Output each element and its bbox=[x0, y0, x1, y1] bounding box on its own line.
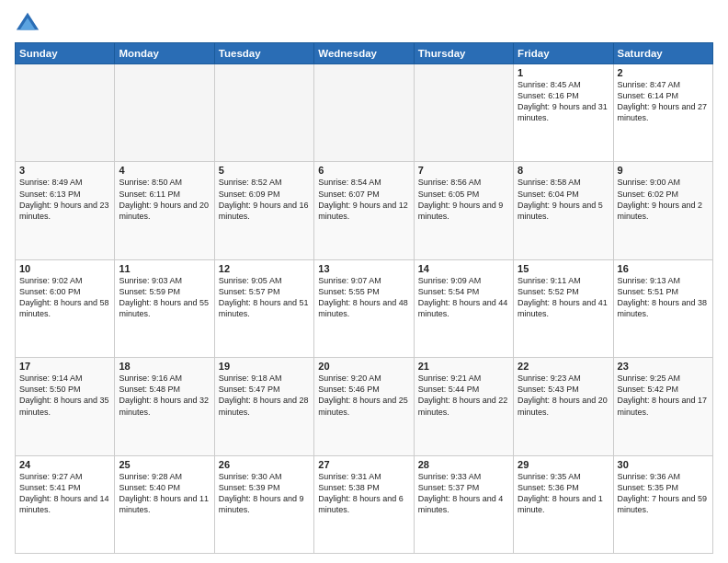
day-number: 29 bbox=[518, 459, 609, 470]
day-cell bbox=[16, 64, 115, 162]
day-cell: 20Sunrise: 9:20 AM Sunset: 5:46 PM Dayli… bbox=[314, 358, 414, 455]
day-number: 27 bbox=[318, 459, 409, 470]
weekday-header-row: SundayMondayTuesdayWednesdayThursdayFrid… bbox=[16, 43, 713, 64]
day-info: Sunrise: 8:52 AM Sunset: 6:09 PM Dayligh… bbox=[219, 177, 310, 222]
logo-icon bbox=[15, 11, 40, 37]
day-number: 14 bbox=[418, 263, 509, 274]
day-info: Sunrise: 9:02 AM Sunset: 6:00 PM Dayligh… bbox=[19, 275, 110, 320]
day-cell: 10Sunrise: 9:02 AM Sunset: 6:00 PM Dayli… bbox=[16, 259, 115, 357]
day-info: Sunrise: 8:49 AM Sunset: 6:13 PM Dayligh… bbox=[19, 177, 110, 222]
day-cell: 18Sunrise: 9:16 AM Sunset: 5:48 PM Dayli… bbox=[115, 358, 214, 455]
day-info: Sunrise: 9:33 AM Sunset: 5:37 PM Dayligh… bbox=[418, 471, 509, 516]
day-number: 18 bbox=[119, 361, 210, 372]
weekday-header-friday: Friday bbox=[514, 43, 613, 64]
logo bbox=[15, 11, 44, 37]
day-cell: 26Sunrise: 9:30 AM Sunset: 5:39 PM Dayli… bbox=[214, 455, 313, 553]
week-row-4: 17Sunrise: 9:14 AM Sunset: 5:50 PM Dayli… bbox=[16, 358, 713, 455]
day-cell: 7Sunrise: 8:56 AM Sunset: 6:05 PM Daylig… bbox=[414, 162, 513, 259]
day-number: 15 bbox=[518, 263, 609, 274]
week-row-1: 1Sunrise: 8:45 AM Sunset: 6:16 PM Daylig… bbox=[16, 64, 713, 162]
day-info: Sunrise: 9:16 AM Sunset: 5:48 PM Dayligh… bbox=[119, 373, 210, 418]
day-cell: 2Sunrise: 8:47 AM Sunset: 6:14 PM Daylig… bbox=[613, 64, 712, 162]
week-row-5: 24Sunrise: 9:27 AM Sunset: 5:41 PM Dayli… bbox=[16, 455, 713, 553]
day-number: 12 bbox=[219, 263, 310, 274]
day-number: 7 bbox=[418, 165, 509, 176]
day-number: 20 bbox=[318, 361, 409, 372]
day-number: 17 bbox=[19, 361, 110, 372]
day-info: Sunrise: 8:47 AM Sunset: 6:14 PM Dayligh… bbox=[618, 79, 709, 124]
header bbox=[15, 11, 713, 37]
day-info: Sunrise: 9:36 AM Sunset: 5:35 PM Dayligh… bbox=[618, 471, 709, 516]
day-number: 9 bbox=[618, 165, 709, 176]
day-info: Sunrise: 8:50 AM Sunset: 6:11 PM Dayligh… bbox=[119, 177, 210, 222]
weekday-header-thursday: Thursday bbox=[414, 43, 513, 64]
day-cell: 28Sunrise: 9:33 AM Sunset: 5:37 PM Dayli… bbox=[414, 455, 513, 553]
day-cell: 15Sunrise: 9:11 AM Sunset: 5:52 PM Dayli… bbox=[514, 259, 613, 357]
day-info: Sunrise: 9:18 AM Sunset: 5:47 PM Dayligh… bbox=[219, 373, 310, 418]
day-cell: 14Sunrise: 9:09 AM Sunset: 5:54 PM Dayli… bbox=[414, 259, 513, 357]
day-cell: 21Sunrise: 9:21 AM Sunset: 5:44 PM Dayli… bbox=[414, 358, 513, 455]
day-cell: 16Sunrise: 9:13 AM Sunset: 5:51 PM Dayli… bbox=[613, 259, 712, 357]
day-cell bbox=[214, 64, 313, 162]
day-cell: 17Sunrise: 9:14 AM Sunset: 5:50 PM Dayli… bbox=[16, 358, 115, 455]
day-cell: 5Sunrise: 8:52 AM Sunset: 6:09 PM Daylig… bbox=[214, 162, 313, 259]
day-cell bbox=[115, 64, 214, 162]
day-info: Sunrise: 9:30 AM Sunset: 5:39 PM Dayligh… bbox=[219, 471, 310, 516]
day-info: Sunrise: 9:09 AM Sunset: 5:54 PM Dayligh… bbox=[418, 275, 509, 320]
day-cell bbox=[314, 64, 414, 162]
day-cell: 12Sunrise: 9:05 AM Sunset: 5:57 PM Dayli… bbox=[214, 259, 313, 357]
day-info: Sunrise: 9:23 AM Sunset: 5:43 PM Dayligh… bbox=[518, 373, 609, 418]
day-info: Sunrise: 8:45 AM Sunset: 6:16 PM Dayligh… bbox=[518, 79, 609, 124]
day-number: 13 bbox=[318, 263, 409, 274]
weekday-header-wednesday: Wednesday bbox=[314, 43, 414, 64]
weekday-header-saturday: Saturday bbox=[613, 43, 712, 64]
day-number: 26 bbox=[219, 459, 310, 470]
day-info: Sunrise: 9:03 AM Sunset: 5:59 PM Dayligh… bbox=[119, 275, 210, 320]
week-row-2: 3Sunrise: 8:49 AM Sunset: 6:13 PM Daylig… bbox=[16, 162, 713, 259]
day-cell: 8Sunrise: 8:58 AM Sunset: 6:04 PM Daylig… bbox=[514, 162, 613, 259]
week-row-3: 10Sunrise: 9:02 AM Sunset: 6:00 PM Dayli… bbox=[16, 259, 713, 357]
weekday-header-sunday: Sunday bbox=[16, 43, 115, 64]
day-info: Sunrise: 8:58 AM Sunset: 6:04 PM Dayligh… bbox=[518, 177, 609, 222]
day-number: 23 bbox=[618, 361, 709, 372]
day-number: 24 bbox=[19, 459, 110, 470]
day-number: 28 bbox=[418, 459, 509, 470]
day-info: Sunrise: 9:35 AM Sunset: 5:36 PM Dayligh… bbox=[518, 471, 609, 516]
day-info: Sunrise: 9:31 AM Sunset: 5:38 PM Dayligh… bbox=[318, 471, 409, 516]
day-info: Sunrise: 8:54 AM Sunset: 6:07 PM Dayligh… bbox=[318, 177, 409, 222]
day-number: 2 bbox=[618, 67, 709, 78]
day-number: 21 bbox=[418, 361, 509, 372]
day-info: Sunrise: 9:28 AM Sunset: 5:40 PM Dayligh… bbox=[119, 471, 210, 516]
day-number: 11 bbox=[119, 263, 210, 274]
day-info: Sunrise: 9:00 AM Sunset: 6:02 PM Dayligh… bbox=[618, 177, 709, 222]
day-info: Sunrise: 9:27 AM Sunset: 5:41 PM Dayligh… bbox=[19, 471, 110, 516]
day-info: Sunrise: 9:14 AM Sunset: 5:50 PM Dayligh… bbox=[19, 373, 110, 418]
day-info: Sunrise: 9:21 AM Sunset: 5:44 PM Dayligh… bbox=[418, 373, 509, 418]
day-cell: 27Sunrise: 9:31 AM Sunset: 5:38 PM Dayli… bbox=[314, 455, 414, 553]
day-number: 30 bbox=[618, 459, 709, 470]
weekday-header-tuesday: Tuesday bbox=[214, 43, 313, 64]
day-info: Sunrise: 8:56 AM Sunset: 6:05 PM Dayligh… bbox=[418, 177, 509, 222]
day-cell: 9Sunrise: 9:00 AM Sunset: 6:02 PM Daylig… bbox=[613, 162, 712, 259]
day-cell: 25Sunrise: 9:28 AM Sunset: 5:40 PM Dayli… bbox=[115, 455, 214, 553]
day-cell: 4Sunrise: 8:50 AM Sunset: 6:11 PM Daylig… bbox=[115, 162, 214, 259]
day-number: 19 bbox=[219, 361, 310, 372]
day-cell: 30Sunrise: 9:36 AM Sunset: 5:35 PM Dayli… bbox=[613, 455, 712, 553]
day-number: 1 bbox=[518, 67, 609, 78]
day-cell: 3Sunrise: 8:49 AM Sunset: 6:13 PM Daylig… bbox=[16, 162, 115, 259]
day-cell: 11Sunrise: 9:03 AM Sunset: 5:59 PM Dayli… bbox=[115, 259, 214, 357]
day-cell: 19Sunrise: 9:18 AM Sunset: 5:47 PM Dayli… bbox=[214, 358, 313, 455]
day-info: Sunrise: 9:13 AM Sunset: 5:51 PM Dayligh… bbox=[618, 275, 709, 320]
day-number: 22 bbox=[518, 361, 609, 372]
day-number: 25 bbox=[119, 459, 210, 470]
day-info: Sunrise: 9:11 AM Sunset: 5:52 PM Dayligh… bbox=[518, 275, 609, 320]
day-info: Sunrise: 9:05 AM Sunset: 5:57 PM Dayligh… bbox=[219, 275, 310, 320]
day-cell: 22Sunrise: 9:23 AM Sunset: 5:43 PM Dayli… bbox=[514, 358, 613, 455]
day-info: Sunrise: 9:20 AM Sunset: 5:46 PM Dayligh… bbox=[318, 373, 409, 418]
day-info: Sunrise: 9:25 AM Sunset: 5:42 PM Dayligh… bbox=[618, 373, 709, 418]
day-number: 16 bbox=[618, 263, 709, 274]
calendar-table: SundayMondayTuesdayWednesdayThursdayFrid… bbox=[15, 42, 713, 554]
day-cell: 6Sunrise: 8:54 AM Sunset: 6:07 PM Daylig… bbox=[314, 162, 414, 259]
day-number: 4 bbox=[119, 165, 210, 176]
day-cell: 24Sunrise: 9:27 AM Sunset: 5:41 PM Dayli… bbox=[16, 455, 115, 553]
